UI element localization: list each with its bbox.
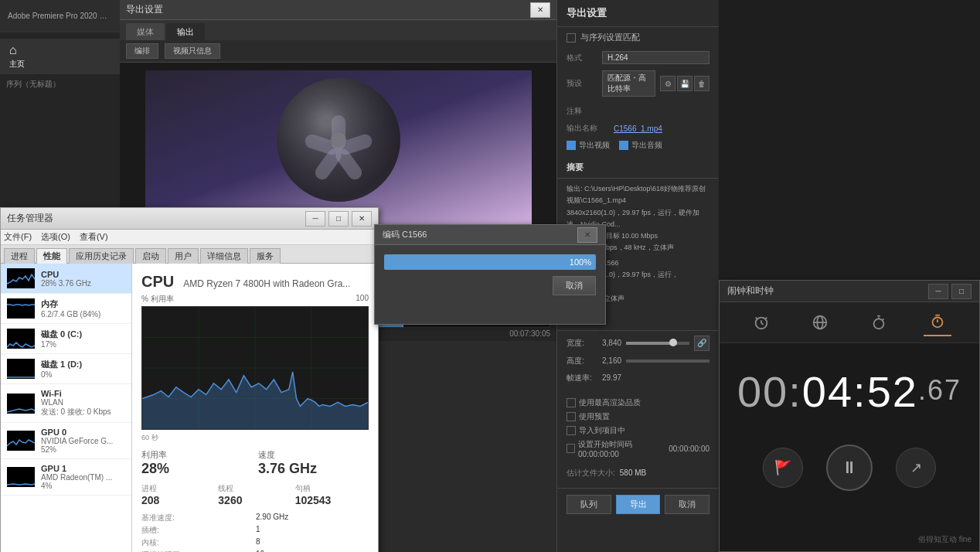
render-checkboxes: 使用最高渲染品质 使用预置 导入到项目中 设置开始时间码 00:00:00:00… xyxy=(557,394,719,465)
thread-count: 线程 3260 xyxy=(218,483,291,506)
clock-hours: 00: xyxy=(737,367,802,416)
export-dialog-close[interactable]: ✕ xyxy=(530,2,550,18)
settings-match-sequence: 与序列设置匹配 xyxy=(557,27,719,48)
gpu0-usage: 52% xyxy=(41,445,125,454)
process-count: 进程 208 xyxy=(141,483,215,506)
chart-x-right: 100 xyxy=(356,294,369,305)
menu-view[interactable]: 查看(V) xyxy=(80,231,108,243)
clock-world-tab[interactable] xyxy=(806,308,834,336)
minimize-button[interactable]: ─ xyxy=(305,211,325,227)
cancel-export-button[interactable]: 取消 xyxy=(665,495,709,514)
disk0-usage: 17% xyxy=(41,340,125,349)
export-button[interactable]: 导出 xyxy=(616,495,661,514)
format-row: 格式 H.264 xyxy=(557,48,719,67)
task-manager-menu: 文件(F) 选项(O) 查看(V) xyxy=(1,230,378,245)
encode-cancel-button[interactable]: 取消 xyxy=(553,276,596,295)
preset-checkbox-row: 使用预置 xyxy=(567,411,709,422)
tab-process[interactable]: 进程 xyxy=(4,248,35,264)
encode-close-btn[interactable]: ✕ xyxy=(577,227,597,243)
gpu0-label: GPU 0 xyxy=(41,428,125,437)
cpu-sidebar-text: CPU 28% 3.76 GHz xyxy=(41,270,125,288)
cpu-mini-chart xyxy=(7,268,35,288)
close-button[interactable]: ✕ xyxy=(352,211,372,227)
export-action-buttons: 队列 导出 取消 xyxy=(557,488,719,520)
fan-center xyxy=(331,132,346,148)
max-render-checkbox[interactable] xyxy=(567,398,576,407)
export-dialog-title-bar: 导出设置 ✕ xyxy=(120,0,556,20)
disk1-label: 磁盘 1 (D:) xyxy=(41,359,125,370)
sidebar-item-wifi[interactable]: Wi-Fi WLAN 发送: 0 接收: 0 Kbps xyxy=(1,384,131,423)
tab-output[interactable]: 输出 xyxy=(166,23,205,40)
cpu-label: CPU xyxy=(41,270,125,279)
width-slider[interactable] xyxy=(626,342,689,345)
match-sequence-checkbox[interactable] xyxy=(567,33,576,43)
sidebar-item-memory[interactable]: 内存 6.2/7.4 GB (84%) xyxy=(1,294,131,324)
export-toolbar: 编排 视频只信息 xyxy=(120,40,556,63)
wifi-type: WLAN xyxy=(41,398,125,407)
preset-row: 预设 匹配源・高比特率 ⚙ 💾 🗑 xyxy=(557,67,719,100)
summary-label: 摘要 xyxy=(557,157,719,179)
encode-progress-bar: 100% xyxy=(384,254,596,270)
preset-delete-icon[interactable]: 🗑 xyxy=(694,76,709,91)
clock-time-value: 00:04:52.67 xyxy=(735,366,964,417)
summary-output-label: 输出: C:\Users\HP\Desktop\618好物推荐原创视频\C156… xyxy=(567,183,709,207)
clock-app-logo: 俗得知互动 fine xyxy=(918,534,971,545)
encode-progress-label: 100% xyxy=(570,257,591,267)
task-manager-title: 任务管理器 xyxy=(7,212,53,225)
preset-settings-icon[interactable]: ⚙ xyxy=(660,76,675,91)
cpu-title: CPU xyxy=(141,273,174,291)
clock-timer-tab[interactable] xyxy=(924,308,951,336)
tab-details[interactable]: 详细信息 xyxy=(200,248,248,264)
clock-minimize-btn[interactable]: ─ xyxy=(928,284,948,299)
menu-options[interactable]: 选项(O) xyxy=(41,231,70,243)
width-slider-thumb xyxy=(669,339,677,346)
use-preset-checkbox[interactable] xyxy=(567,412,576,421)
memory-usage: 6.2/7.4 GB (84%) xyxy=(41,310,125,319)
import-project-checkbox[interactable] xyxy=(567,426,576,435)
export-audio-checkbox[interactable] xyxy=(619,141,628,150)
tm-cpu-panel: CPU AMD Ryzen 7 4800H with Radeon Gra...… xyxy=(132,264,378,552)
utilization-stat: 利用率 28% xyxy=(141,449,252,477)
preset-select[interactable]: 匹配源・高比特率 xyxy=(602,70,655,97)
export-settings-title: 导出设置 xyxy=(557,0,719,27)
export-video-checkbox[interactable] xyxy=(567,141,576,150)
tab-media[interactable]: 媒体 xyxy=(126,23,165,40)
clock-action-buttons: 🚩 ⏸ ↗ xyxy=(720,432,979,503)
clock-expand-button[interactable]: ↗ xyxy=(896,448,936,488)
sidebar-item-cpu[interactable]: CPU 28% 3.76 GHz xyxy=(1,264,131,294)
nav-home[interactable]: ⌂ 主页 xyxy=(0,39,121,74)
sidebar-item-disk0[interactable]: 磁盘 0 (C:) 17% xyxy=(1,324,131,354)
clock-pause-button[interactable]: ⏸ xyxy=(826,445,873,491)
disk0-sidebar-text: 磁盘 0 (C:) 17% xyxy=(41,329,125,349)
tab-users[interactable]: 用户 xyxy=(168,248,199,264)
sidebar-item-disk1[interactable]: 磁盘 1 (D:) 0% xyxy=(1,354,131,384)
tab-performance[interactable]: 性能 xyxy=(36,248,67,264)
sidebar-item-gpu1[interactable]: GPU 1 AMD Radeon(TM) ... 4% xyxy=(1,459,131,496)
clock-flag-button[interactable]: 🚩 xyxy=(763,448,803,488)
clock-maximize-btn[interactable]: □ xyxy=(951,284,971,299)
task-manager-body: CPU 28% 3.76 GHz 内存 6.2/7.4 GB (84%) xyxy=(1,264,378,552)
rate-row: 帧速率: 29.97 xyxy=(567,373,709,383)
sidebar-item-gpu0[interactable]: GPU 0 NVIDIA GeForce G... 52% xyxy=(1,423,131,459)
clock-stopwatch-tab[interactable] xyxy=(865,308,893,336)
toolbar-arrange-btn[interactable]: 编排 xyxy=(126,43,158,59)
chart-labels-top: % 利用率 100 xyxy=(141,294,369,305)
video-settings-content: 宽度: 3,840 🔗 高度: 2,160 帧速率: 29.97 xyxy=(557,331,719,394)
toolbar-video-info-btn[interactable]: 视频只信息 xyxy=(165,43,220,59)
menu-file[interactable]: 文件(F) xyxy=(4,231,32,243)
format-select[interactable]: H.264 xyxy=(602,51,709,64)
height-slider[interactable] xyxy=(626,359,709,363)
fan-visual xyxy=(277,78,400,202)
preset-save-icon[interactable]: 💾 xyxy=(677,76,692,91)
export-checkboxes-row: 导出视频 导出音频 xyxy=(557,137,719,154)
maximize-button[interactable]: □ xyxy=(328,211,349,227)
width-link-icon[interactable]: 🔗 xyxy=(694,336,709,351)
start-timecode-checkbox[interactable] xyxy=(567,444,575,453)
queue-button[interactable]: 队列 xyxy=(567,495,611,514)
export-dialog-title-text: 导出设置 xyxy=(126,3,163,16)
clock-alarm-tab[interactable] xyxy=(747,308,775,336)
tab-app-history[interactable]: 应用历史记录 xyxy=(69,248,134,264)
output-name-link[interactable]: C1566_1.mp4 xyxy=(614,124,662,133)
tab-startup[interactable]: 启动 xyxy=(135,248,166,264)
tab-services[interactable]: 服务 xyxy=(250,248,281,264)
